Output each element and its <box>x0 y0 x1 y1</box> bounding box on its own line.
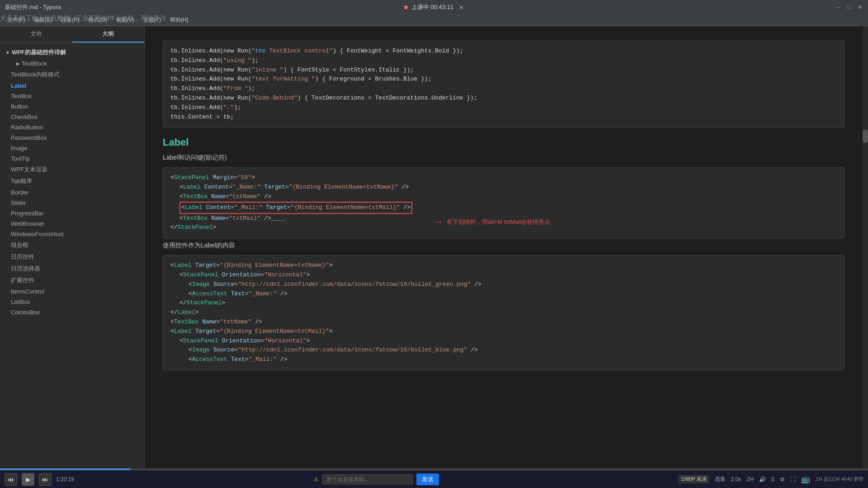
sidebar-content: ▼ WPF的基础控件详解 ▶ TextBlock TextBlock内联格式 L… <box>0 43 144 470</box>
close-button[interactable]: ✕ <box>856 4 863 11</box>
sidebar-item-itemscontrol[interactable]: ItemsControl <box>0 286 144 297</box>
progress-bar-fill <box>0 469 130 470</box>
cb3-line-3: <Image Source="http://cdn1.iconfinder.co… <box>170 280 837 289</box>
quality-badge[interactable]: 1080P 高清 <box>678 475 709 483</box>
select-label[interactable]: 选集 <box>715 475 726 483</box>
cb3-line-11: <AccessText Text="_Mail:" /> <box>170 355 837 365</box>
title-bar-right: － □ ✕ <box>835 4 863 11</box>
sidebar-item-datepicker[interactable]: 日历选择器 <box>0 263 144 275</box>
time-display: 1:20:19 <box>56 476 74 483</box>
annotation-area: → 有下划线时，用alt+M txtMail会获得焦点 <box>163 217 844 227</box>
code-block-3: <Label Target="{Binding ElementName=txtN… <box>163 255 844 370</box>
sidebar-item-combo[interactable]: 组合框 <box>0 239 144 251</box>
sidebar-item-extend[interactable]: 扩展控件 <box>0 275 144 286</box>
send-button[interactable]: 发送 <box>416 474 439 485</box>
volume-level: 0 <box>771 476 774 483</box>
cb3-line-5: </StackPanel> <box>170 298 837 308</box>
tab-file[interactable]: 文件 <box>0 26 72 43</box>
warning-icon: ⚠ <box>314 476 319 483</box>
bottom-right: 1080P 高清 选集 2.0x ZH 🔊 0 ⚙ ⛶ 📺 ZH @1234 4… <box>678 475 863 483</box>
code-line-1: tb.Inlines.Add(new Run("the TextBlock co… <box>170 47 837 56</box>
code-block-1: tb.Inlines.Add(new Run("the TextBlock co… <box>163 41 844 128</box>
cb3-line-1: <Label Target="{Binding ElementName=txtN… <box>170 261 837 270</box>
maximize-button[interactable]: □ <box>845 4 853 11</box>
progress-bar[interactable] <box>0 469 868 470</box>
sidebar-item-textblock-inline[interactable]: TextBlock内联格式 <box>0 69 144 81</box>
menu-help[interactable]: 帮助(H) <box>166 15 192 25</box>
textblock-arrow: ▶ <box>16 61 20 66</box>
sidebar-item-border[interactable]: Border <box>0 187 144 198</box>
play-button[interactable]: ▶ <box>22 473 34 486</box>
code-block-2: <StackPanel Margin="10"> <Label Content=… <box>163 167 844 238</box>
settings-icon[interactable]: ⚙ <box>780 476 785 483</box>
section-arrow: ▼ <box>5 50 10 55</box>
code-line-4: tb.Inlines.Add(new Run("text formatting … <box>170 75 837 84</box>
annotation-container: → 有下划线时，用alt+M txtMail会获得焦点 <box>434 217 844 227</box>
code-line-2: tb.Inlines.Add("using "); <box>170 56 837 66</box>
xaml-line-2: <Label Content="_Name:" Target="{Binding… <box>170 183 837 192</box>
code-line-5: tb.Inlines.Add("from "); <box>170 84 837 94</box>
code-line-7: tb.Inlines.Add("."); <box>170 103 837 113</box>
sidebar-item-tooltip[interactable]: ToolTip <box>0 153 144 164</box>
cb3-line-4: <AccessText Text="_Name:" /> <box>170 289 837 299</box>
annotation-arrow: → <box>434 217 443 227</box>
recording-label: 上课中 00:43:11 <box>411 3 453 11</box>
bottom-center: ⚠ 发送 <box>314 474 439 485</box>
chat-input[interactable] <box>322 474 413 484</box>
sidebar-section-wpf: ▼ WPF的基础控件详解 ▶ TextBlock TextBlock内联格式 L… <box>0 47 144 317</box>
cb3-line-10: <Image Source="http://cdn1.iconfinder.co… <box>170 346 837 355</box>
sidebar-item-combobox[interactable]: ComboBox <box>0 307 144 317</box>
speed-label[interactable]: 2.0x <box>731 476 741 483</box>
xaml-line-1: <StackPanel Margin="10"> <box>170 173 837 183</box>
sidebar-item-label[interactable]: Label <box>0 81 144 91</box>
title-bar-left: 基础控件.md - Typora <box>5 3 61 11</box>
bottom-bar: ⏮ ▶ ⏭ 1:20:19 ⚠ 发送 1080P 高清 选集 2.0x ZH 🔊… <box>0 470 868 488</box>
close-recording-btn[interactable]: ✕ <box>459 4 464 11</box>
sidebar-item-tab-order[interactable]: Tab顺序 <box>0 175 144 187</box>
code-line-3: tb.Inlines.Add(new Run("inline ") { Font… <box>170 66 837 75</box>
content-area[interactable]: tb.Inlines.Add(new Run("the TextBlock co… <box>145 26 863 470</box>
sidebar-item-textbox[interactable]: TextBox <box>0 91 144 101</box>
fullscreen-icon[interactable]: ⛶ <box>790 476 796 483</box>
sidebar-item-calendar[interactable]: 日历控件 <box>0 251 144 263</box>
volume-icon[interactable]: 🔊 <box>759 476 766 483</box>
sidebar: 文件 大纲 ▼ WPF的基础控件详解 ▶ TextBlock TextBlock… <box>0 26 145 470</box>
sidebar-item-radiobutton[interactable]: RadioButton <box>0 122 144 133</box>
next-button[interactable]: ⏭ <box>39 473 52 486</box>
sidebar-section-header[interactable]: ▼ WPF的基础控件详解 <box>0 47 144 58</box>
sidebar-item-button[interactable]: Button <box>0 101 144 112</box>
scrollbar-right[interactable] <box>863 41 868 470</box>
sidebar-item-image[interactable]: Image <box>0 143 144 153</box>
title-bar: 基础控件.md - Typora 上课中 00:43:11 ✕ － □ ✕ <box>0 0 868 14</box>
sidebar-tabs: 文件 大纲 <box>0 26 144 43</box>
sidebar-item-textblock[interactable]: ▶ TextBlock <box>0 58 144 69</box>
sidebar-item-wpf-text[interactable]: WPF文本渲染 <box>0 164 144 175</box>
sidebar-item-windowsfroms[interactable]: WindowsFromsHost <box>0 229 144 239</box>
tab-outline[interactable]: 大纲 <box>72 26 145 43</box>
recording-dot <box>404 5 408 9</box>
sidebar-item-passwordbox[interactable]: PasswordBox <box>0 133 144 143</box>
cb3-line-6: </Label> <box>170 308 837 317</box>
prev-button[interactable]: ⏮ <box>5 473 17 486</box>
xaml-line-4-highlighted: <Label Content="_Mail:" Target="{Binding… <box>170 202 837 214</box>
cb3-line-7: <TextBox Name="txtName" /> <box>170 317 837 327</box>
app-title: 基础控件.md - Typora <box>5 3 61 11</box>
sidebar-item-slider[interactable]: Slider <box>0 198 144 208</box>
csdn-label: ZH @1234 4640 梦野 <box>816 476 863 483</box>
section-title: WPF的基础控件详解 <box>12 48 66 57</box>
title-bar-center: 上课中 00:43:11 ✕ <box>404 3 464 11</box>
bottom-left: ⏮ ▶ ⏭ 1:20:19 <box>5 473 74 486</box>
tv-icon: 📺 <box>801 475 810 483</box>
cb3-line-9: <StackPanel Orientation="Horizontal"> <box>170 336 837 346</box>
cb3-line-2: <StackPanel Orientation="Horizontal"> <box>170 270 837 280</box>
sidebar-item-listbox[interactable]: ListBox <box>0 297 144 307</box>
label-description: Label和访问键(助记符) <box>163 154 844 162</box>
sidebar-item-checkbox[interactable]: CheckBox <box>0 112 144 122</box>
zh-label[interactable]: ZH <box>746 476 754 483</box>
use-control-label: 使用控件作为Label的内容 <box>163 242 844 250</box>
minimize-button[interactable]: － <box>835 4 842 11</box>
xaml-line-3: <TextBox Name="txtName" /> <box>170 192 837 202</box>
sidebar-item-progressbar[interactable]: ProgressBar <box>0 208 144 218</box>
sidebar-item-webbrowser[interactable]: WebBrowser <box>0 218 144 229</box>
main-area: 文件 大纲 ▼ WPF的基础控件详解 ▶ TextBlock TextBlock… <box>0 26 868 470</box>
